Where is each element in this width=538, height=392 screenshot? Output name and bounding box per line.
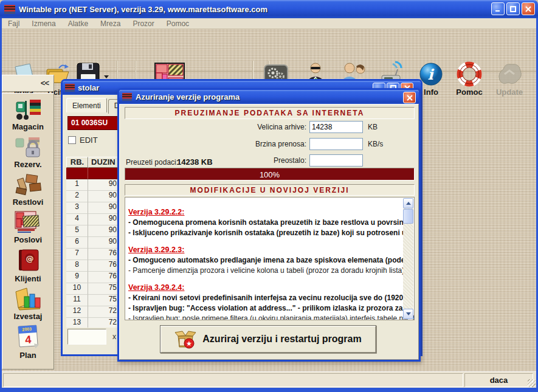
modification-line: - Omoguceno automatsko predlaganje imena… bbox=[128, 256, 401, 265]
sidebar-item-klijenti[interactable]: @ Klijenti bbox=[4, 248, 52, 286]
sidebar-item-poslovi[interactable]: Poslovi bbox=[4, 210, 52, 248]
velicina-arhive-label: Velicina arhive: bbox=[257, 123, 306, 131]
menu-izmena[interactable]: Izmena bbox=[26, 19, 61, 28]
table-cell: 13 bbox=[66, 318, 88, 328]
app-logo-icon bbox=[122, 92, 133, 101]
download-section-header: PREUZIMANJE PODATAKA SA INTERNETA bbox=[125, 107, 415, 119]
help-lifebuoy-icon bbox=[456, 61, 483, 88]
clear-x-label[interactable]: x bbox=[112, 332, 116, 341]
table-cell: 1 bbox=[66, 179, 88, 191]
sidebar-collapse-bar: << bbox=[2, 75, 54, 92]
table-cell: 4 bbox=[66, 214, 88, 225]
maximize-button[interactable] bbox=[506, 2, 520, 15]
progress-percent: 100% bbox=[125, 170, 414, 179]
menu-fajl[interactable]: Fajl bbox=[2, 19, 26, 28]
sidebar-item-izvestaj[interactable]: Izvestaj bbox=[4, 286, 52, 323]
snimi-dropdown-arrow[interactable] bbox=[104, 75, 109, 78]
quick-search-input[interactable] bbox=[67, 329, 106, 345]
warehouse-forklift-icon bbox=[14, 97, 42, 122]
plan-calendar-icon: 2003 4 bbox=[15, 323, 41, 350]
update-restart-button-label: Azuriraj verziju i restartuj program bbox=[202, 334, 361, 345]
table-cell: 2 bbox=[66, 191, 88, 202]
menubar: Fajl Izmena Alatke Mreza Prozor Pomoc bbox=[2, 18, 536, 29]
table-cell: 3 bbox=[66, 202, 88, 214]
column-header-rb[interactable]: RB. bbox=[66, 157, 88, 168]
menu-alatke[interactable]: Alatke bbox=[62, 19, 94, 28]
reserved-lock-icon bbox=[14, 135, 42, 159]
preuzeti-podaci-value: 14238 KB bbox=[177, 157, 213, 167]
preostalo-label: Preostalo: bbox=[274, 156, 306, 165]
status-panel-main bbox=[3, 373, 463, 387]
table-cell: 11 bbox=[66, 295, 88, 306]
table-cell: 6 bbox=[66, 237, 88, 249]
toolbar-button-pomoc[interactable]: Pomoc bbox=[450, 61, 488, 98]
dialog-titlebar[interactable]: Azuriranje verzije programa bbox=[119, 90, 419, 104]
modification-line: - Iskljuceno prikazivanje korisnih ostat… bbox=[128, 229, 401, 238]
table-cell: 9 bbox=[66, 272, 88, 283]
edit-checkbox-label: EDIT bbox=[80, 136, 98, 145]
table-cell: 10 bbox=[66, 283, 88, 295]
sidebar-item-plan[interactable]: 2003 4 Plan bbox=[4, 323, 52, 361]
dialog-body: PREUZIMANJE PODATAKA SA INTERNETA Velici… bbox=[119, 104, 419, 360]
menu-mreza[interactable]: Mreza bbox=[94, 19, 126, 28]
table-cell: 8 bbox=[66, 260, 88, 272]
scrollbar[interactable] bbox=[403, 198, 413, 319]
modification-line: - Pamcenje dimenzija prozora i velicine … bbox=[128, 266, 401, 275]
edit-checkbox[interactable] bbox=[68, 136, 76, 144]
sidebar-item-magacin[interactable]: Magacin bbox=[4, 97, 52, 135]
svg-text:2003: 2003 bbox=[22, 327, 32, 332]
sidebar-item-rezerv[interactable]: Rezerv. bbox=[4, 135, 52, 173]
table-cell: 12 bbox=[66, 306, 88, 318]
brzina-unit: KB/s bbox=[368, 140, 383, 148]
resize-grip[interactable] bbox=[528, 379, 536, 387]
menu-pomoc[interactable]: Pomoc bbox=[160, 19, 195, 28]
svg-text:4: 4 bbox=[25, 334, 32, 346]
dialog-close-button[interactable] bbox=[403, 92, 416, 103]
app-logo-icon bbox=[64, 83, 75, 92]
modification-line: - Ispravljen bug: "Access violation at a… bbox=[128, 304, 401, 313]
statusbar: daca bbox=[2, 371, 536, 388]
modification-line: - Kreirani novi setovi predefinisanih in… bbox=[128, 294, 401, 303]
jobs-cutting-icon bbox=[14, 210, 42, 235]
collapse-sidebar-button[interactable]: << bbox=[41, 78, 49, 88]
app-logo-icon bbox=[4, 4, 16, 15]
toolbar: Nova Ucitaj Snimi bbox=[2, 29, 536, 72]
app-window: Wintable pro (NET Server), verzija 3.29,… bbox=[0, 0, 538, 392]
sidebar-item-restlovi[interactable]: Restlovi bbox=[4, 173, 52, 210]
update-dialog: Azuriranje verzije programa PREUZIMANJE … bbox=[117, 88, 421, 362]
window-title: Wintable pro (NET Server), verzija 3.29,… bbox=[19, 5, 267, 14]
scroll-up-button[interactable] bbox=[403, 198, 413, 208]
stolar-title: stolar bbox=[78, 83, 99, 92]
modifications-list[interactable]: Verzija 3.29.2.2:- Onemogucena promena k… bbox=[125, 197, 415, 320]
scroll-down-button[interactable] bbox=[403, 309, 413, 319]
velicina-arhive-input[interactable] bbox=[309, 121, 363, 133]
velicina-unit: KB bbox=[368, 123, 378, 131]
update-restart-button[interactable]: ★ Azuriraj verziju i restartuj program bbox=[160, 325, 376, 353]
sidebar: Magacin Rezerv. Restlovi bbox=[2, 93, 54, 370]
close-button[interactable] bbox=[522, 2, 535, 15]
modifications-section-header: MODIFIKACIJE U NOVIJOJ VERZIJI bbox=[125, 184, 415, 196]
status-panel-user: daca bbox=[464, 373, 533, 387]
svg-text:@: @ bbox=[26, 254, 34, 263]
preostalo-input[interactable] bbox=[309, 154, 363, 167]
brzina-prenosa-input[interactable] bbox=[309, 138, 363, 150]
svg-text:★: ★ bbox=[186, 340, 192, 347]
table-cell: 7 bbox=[66, 249, 88, 260]
version-heading: Verzija 3.29.2.4: bbox=[128, 283, 401, 292]
modification-line: - Ispravljen bug: posle primene filtera … bbox=[128, 314, 401, 320]
update-box-icon: ★ bbox=[174, 329, 196, 349]
table-cell: 5 bbox=[66, 225, 88, 237]
modification-line: - Onemogucena promena korisnih ostataka … bbox=[128, 218, 401, 227]
scroll-thumb[interactable] bbox=[403, 209, 413, 224]
titlebar: Wintable pro (NET Server), verzija 3.29,… bbox=[0, 0, 538, 18]
version-heading: Verzija 3.29.2.3: bbox=[128, 246, 401, 254]
brzina-prenosa-label: Brzina prenosa: bbox=[255, 140, 306, 148]
minimize-button[interactable] bbox=[491, 2, 505, 15]
clients-book-icon: @ bbox=[14, 248, 42, 273]
preuzeti-podaci-label: Preuzeti podaci: bbox=[126, 158, 178, 167]
tab-elementi[interactable]: Elementi bbox=[66, 98, 107, 112]
leftovers-wood-icon bbox=[14, 173, 42, 197]
menu-prozor[interactable]: Prozor bbox=[126, 19, 160, 28]
toolbar-button-update[interactable]: Update bbox=[492, 61, 527, 98]
update-icon bbox=[496, 62, 523, 86]
